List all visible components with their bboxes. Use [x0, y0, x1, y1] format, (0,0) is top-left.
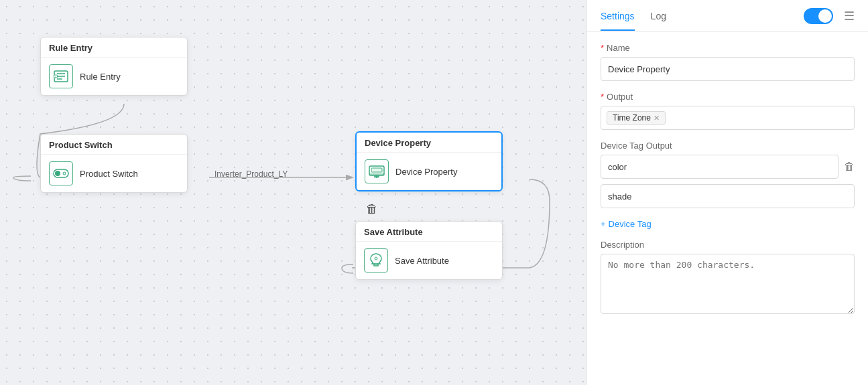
- output-label-text: Output: [607, 92, 633, 102]
- device-tag-output-group: Device Tag Output 🗑: [601, 141, 855, 208]
- save-attribute-header: Save Attribute: [356, 222, 502, 242]
- svg-point-10: [55, 171, 60, 176]
- device-tag-delete-0[interactable]: 🗑: [844, 161, 855, 173]
- device-tag-row-1: [601, 184, 855, 208]
- add-device-tag-btn[interactable]: + Device Tag: [601, 219, 855, 229]
- svg-point-19: [375, 257, 377, 260]
- save-attribute-label: Save Attribute: [395, 256, 449, 266]
- device-tag-input-1[interactable]: [601, 184, 855, 208]
- panel-body: * Name * Output Time Zone ✕ Device Tag O…: [587, 32, 868, 385]
- output-required: *: [601, 92, 604, 102]
- panel-header: Settings Log ☰: [587, 0, 868, 32]
- svg-rect-17: [371, 168, 382, 172]
- name-label-text: Name: [607, 43, 630, 53]
- node-device-property[interactable]: Device Property Device Property: [355, 131, 503, 191]
- rule-entry-label: Rule Entry: [80, 72, 121, 82]
- rule-entry-icon: ≡: [49, 64, 73, 88]
- svg-point-11: [63, 172, 66, 175]
- panel-toggle-area: ☰: [804, 8, 855, 24]
- node-save-attribute[interactable]: Save Attribute Save Attribute: [355, 221, 503, 280]
- rule-entry-header: Rule Entry: [41, 37, 187, 58]
- canvas-area: Inverter_Product_LY Rule Entry ≡ Rule En…: [0, 0, 586, 385]
- product-switch-header: Product Switch: [41, 135, 187, 155]
- device-tag-input-0[interactable]: [601, 155, 839, 179]
- device-tag-row-0: 🗑: [601, 155, 855, 179]
- description-group: Description: [601, 240, 855, 317]
- description-textarea[interactable]: [601, 254, 855, 314]
- tab-log[interactable]: Log: [651, 1, 666, 31]
- device-property-icon: [365, 159, 389, 183]
- output-tag: Time Zone ✕: [607, 111, 666, 125]
- arrow-label: Inverter_Product_LY: [214, 169, 288, 179]
- output-tag-close[interactable]: ✕: [654, 114, 660, 123]
- description-label: Description: [601, 240, 855, 250]
- save-attribute-icon: [364, 248, 388, 273]
- svg-rect-14: [374, 175, 379, 177]
- device-tag-output-label-text: Device Tag Output: [601, 141, 672, 151]
- right-panel: Settings Log ☰ * Name * Output Time Zone: [586, 0, 868, 385]
- enable-toggle[interactable]: [804, 8, 833, 24]
- tab-settings[interactable]: Settings: [601, 1, 635, 31]
- output-group: * Output Time Zone ✕: [601, 92, 855, 130]
- output-label: * Output: [601, 92, 855, 102]
- device-property-label: Device Property: [395, 167, 457, 177]
- node-rule-entry[interactable]: Rule Entry ≡ Rule Entry: [40, 37, 188, 96]
- node-product-switch[interactable]: Product Switch Product Switch: [40, 134, 188, 193]
- device-property-header: Device Property: [357, 133, 501, 153]
- add-device-tag-icon: +: [601, 219, 606, 229]
- panel-menu-icon[interactable]: ☰: [844, 9, 855, 23]
- device-tag-output-label: Device Tag Output: [601, 141, 855, 151]
- name-label: * Name: [601, 43, 855, 53]
- output-tag-text: Time Zone: [613, 113, 651, 123]
- save-attribute-delete-area: 🗑: [366, 202, 378, 216]
- name-group: * Name: [601, 43, 855, 81]
- description-label-text: Description: [601, 240, 644, 250]
- name-required: *: [601, 43, 604, 53]
- add-device-tag-label: Device Tag: [609, 219, 652, 229]
- output-tag-input[interactable]: Time Zone ✕: [601, 106, 855, 130]
- product-switch-icon: [49, 161, 73, 185]
- name-input[interactable]: [601, 57, 855, 81]
- product-switch-label: Product Switch: [80, 169, 138, 179]
- save-attribute-delete-icon[interactable]: 🗑: [366, 202, 378, 216]
